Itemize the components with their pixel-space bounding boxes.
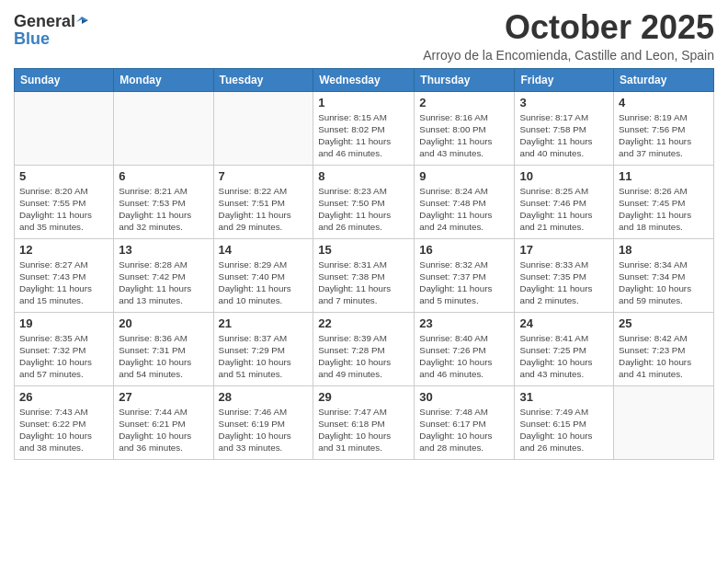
day-number: 13 xyxy=(119,243,208,257)
day-number: 16 xyxy=(419,243,509,257)
calendar-cell: 28Sunrise: 7:46 AM Sunset: 6:19 PM Dayli… xyxy=(213,385,313,459)
calendar-cell: 30Sunrise: 7:48 AM Sunset: 6:17 PM Dayli… xyxy=(415,385,515,459)
day-number: 17 xyxy=(519,243,609,257)
calendar-cell: 24Sunrise: 8:41 AM Sunset: 7:25 PM Dayli… xyxy=(515,312,614,385)
calendar-header-row: SundayMondayTuesdayWednesdayThursdayFrid… xyxy=(15,68,714,91)
logo-blue-text: Blue xyxy=(14,30,50,47)
calendar-cell xyxy=(15,91,114,165)
day-info: Sunrise: 8:37 AM Sunset: 7:29 PM Dayligh… xyxy=(219,332,309,381)
day-info: Sunrise: 8:41 AM Sunset: 7:25 PM Dayligh… xyxy=(519,332,609,381)
day-info: Sunrise: 8:39 AM Sunset: 7:28 PM Dayligh… xyxy=(318,332,409,381)
calendar-cell: 5Sunrise: 8:20 AM Sunset: 7:55 PM Daylig… xyxy=(15,165,114,238)
calendar-cell: 15Sunrise: 8:31 AM Sunset: 7:38 PM Dayli… xyxy=(313,238,415,312)
header-thursday: Thursday xyxy=(415,68,515,91)
day-number: 18 xyxy=(619,243,709,257)
calendar-week-1: 1Sunrise: 8:15 AM Sunset: 8:02 PM Daylig… xyxy=(15,91,714,165)
day-info: Sunrise: 8:35 AM Sunset: 7:32 PM Dayligh… xyxy=(19,332,108,381)
calendar-cell: 2Sunrise: 8:16 AM Sunset: 8:00 PM Daylig… xyxy=(415,91,515,165)
day-number: 1 xyxy=(318,96,409,109)
calendar-cell: 1Sunrise: 8:15 AM Sunset: 8:02 PM Daylig… xyxy=(313,91,415,165)
day-info: Sunrise: 8:32 AM Sunset: 7:37 PM Dayligh… xyxy=(419,259,509,307)
calendar-table: SundayMondayTuesdayWednesdayThursdayFrid… xyxy=(14,68,714,460)
day-number: 22 xyxy=(318,316,409,330)
calendar-cell: 19Sunrise: 8:35 AM Sunset: 7:32 PM Dayli… xyxy=(15,312,114,385)
day-number: 26 xyxy=(19,390,108,404)
page-header: General Blue October 2025 Arroyo de la E… xyxy=(14,9,714,63)
day-info: Sunrise: 7:48 AM Sunset: 6:17 PM Dayligh… xyxy=(419,406,509,454)
logo: General Blue xyxy=(14,9,75,47)
calendar-week-4: 19Sunrise: 8:35 AM Sunset: 7:32 PM Dayli… xyxy=(15,312,714,385)
calendar-cell: 9Sunrise: 8:24 AM Sunset: 7:48 PM Daylig… xyxy=(415,165,515,238)
calendar-cell: 3Sunrise: 8:17 AM Sunset: 7:58 PM Daylig… xyxy=(515,91,614,165)
day-number: 10 xyxy=(519,169,609,183)
calendar-cell: 26Sunrise: 7:43 AM Sunset: 6:22 PM Dayli… xyxy=(15,385,114,459)
day-number: 7 xyxy=(219,169,309,183)
day-info: Sunrise: 8:17 AM Sunset: 7:58 PM Dayligh… xyxy=(519,111,609,160)
calendar-cell: 6Sunrise: 8:21 AM Sunset: 7:53 PM Daylig… xyxy=(114,165,213,238)
day-number: 25 xyxy=(619,316,709,330)
day-info: Sunrise: 8:36 AM Sunset: 7:31 PM Dayligh… xyxy=(119,332,208,381)
day-number: 8 xyxy=(318,169,409,183)
day-number: 4 xyxy=(619,96,709,109)
calendar-week-3: 12Sunrise: 8:27 AM Sunset: 7:43 PM Dayli… xyxy=(15,238,714,312)
calendar-cell xyxy=(213,91,313,165)
header-tuesday: Tuesday xyxy=(213,68,313,91)
calendar-cell: 31Sunrise: 7:49 AM Sunset: 6:15 PM Dayli… xyxy=(515,385,614,459)
day-number: 24 xyxy=(519,316,609,330)
day-number: 12 xyxy=(19,243,108,257)
calendar-cell: 4Sunrise: 8:19 AM Sunset: 7:56 PM Daylig… xyxy=(614,91,714,165)
day-info: Sunrise: 8:29 AM Sunset: 7:40 PM Dayligh… xyxy=(219,259,309,307)
day-info: Sunrise: 8:31 AM Sunset: 7:38 PM Dayligh… xyxy=(318,259,409,307)
header-saturday: Saturday xyxy=(614,68,714,91)
day-number: 19 xyxy=(19,316,108,330)
day-info: Sunrise: 8:16 AM Sunset: 8:00 PM Dayligh… xyxy=(419,111,509,160)
day-info: Sunrise: 7:43 AM Sunset: 6:22 PM Dayligh… xyxy=(19,406,108,454)
calendar-cell xyxy=(614,385,714,459)
header-wednesday: Wednesday xyxy=(313,68,415,91)
day-info: Sunrise: 8:24 AM Sunset: 7:48 PM Dayligh… xyxy=(419,185,509,234)
day-number: 30 xyxy=(419,390,509,404)
day-number: 20 xyxy=(119,316,208,330)
day-number: 2 xyxy=(419,96,509,109)
calendar-cell: 23Sunrise: 8:40 AM Sunset: 7:26 PM Dayli… xyxy=(415,312,515,385)
day-info: Sunrise: 7:44 AM Sunset: 6:21 PM Dayligh… xyxy=(119,406,208,454)
day-number: 6 xyxy=(119,169,208,183)
day-info: Sunrise: 7:49 AM Sunset: 6:15 PM Dayligh… xyxy=(519,406,609,454)
header-sunday: Sunday xyxy=(15,68,114,91)
calendar-cell: 14Sunrise: 8:29 AM Sunset: 7:40 PM Dayli… xyxy=(213,238,313,312)
calendar-cell: 16Sunrise: 8:32 AM Sunset: 7:37 PM Dayli… xyxy=(415,238,515,312)
day-number: 14 xyxy=(219,243,309,257)
day-info: Sunrise: 8:27 AM Sunset: 7:43 PM Dayligh… xyxy=(19,259,108,307)
day-info: Sunrise: 8:26 AM Sunset: 7:45 PM Dayligh… xyxy=(619,185,709,234)
calendar-cell: 10Sunrise: 8:25 AM Sunset: 7:46 PM Dayli… xyxy=(515,165,614,238)
calendar-week-2: 5Sunrise: 8:20 AM Sunset: 7:55 PM Daylig… xyxy=(15,165,714,238)
day-info: Sunrise: 8:20 AM Sunset: 7:55 PM Dayligh… xyxy=(19,185,108,234)
day-number: 29 xyxy=(318,390,409,404)
day-number: 28 xyxy=(219,390,309,404)
logo-bird-icon xyxy=(76,15,88,27)
calendar-cell: 11Sunrise: 8:26 AM Sunset: 7:45 PM Dayli… xyxy=(614,165,714,238)
day-info: Sunrise: 8:40 AM Sunset: 7:26 PM Dayligh… xyxy=(419,332,509,381)
day-info: Sunrise: 7:47 AM Sunset: 6:18 PM Dayligh… xyxy=(318,406,409,454)
calendar-cell: 21Sunrise: 8:37 AM Sunset: 7:29 PM Dayli… xyxy=(213,312,313,385)
calendar-cell: 8Sunrise: 8:23 AM Sunset: 7:50 PM Daylig… xyxy=(313,165,415,238)
location-subtitle: Arroyo de la Encomienda, Castille and Le… xyxy=(423,48,714,63)
day-info: Sunrise: 7:46 AM Sunset: 6:19 PM Dayligh… xyxy=(219,406,309,454)
calendar-cell: 17Sunrise: 8:33 AM Sunset: 7:35 PM Dayli… xyxy=(515,238,614,312)
day-number: 23 xyxy=(419,316,509,330)
day-info: Sunrise: 8:28 AM Sunset: 7:42 PM Dayligh… xyxy=(119,259,208,307)
calendar-week-5: 26Sunrise: 7:43 AM Sunset: 6:22 PM Dayli… xyxy=(15,385,714,459)
day-info: Sunrise: 8:15 AM Sunset: 8:02 PM Dayligh… xyxy=(318,111,409,160)
day-info: Sunrise: 8:34 AM Sunset: 7:34 PM Dayligh… xyxy=(619,259,709,307)
day-number: 3 xyxy=(519,96,609,109)
day-info: Sunrise: 8:42 AM Sunset: 7:23 PM Dayligh… xyxy=(619,332,709,381)
day-number: 9 xyxy=(419,169,509,183)
logo-general-text: General xyxy=(14,12,75,30)
day-info: Sunrise: 8:25 AM Sunset: 7:46 PM Dayligh… xyxy=(519,185,609,234)
calendar-cell: 29Sunrise: 7:47 AM Sunset: 6:18 PM Dayli… xyxy=(313,385,415,459)
calendar-cell: 7Sunrise: 8:22 AM Sunset: 7:51 PM Daylig… xyxy=(213,165,313,238)
calendar-cell: 20Sunrise: 8:36 AM Sunset: 7:31 PM Dayli… xyxy=(114,312,213,385)
day-info: Sunrise: 8:19 AM Sunset: 7:56 PM Dayligh… xyxy=(619,111,709,160)
day-number: 31 xyxy=(519,390,609,404)
header-monday: Monday xyxy=(114,68,213,91)
